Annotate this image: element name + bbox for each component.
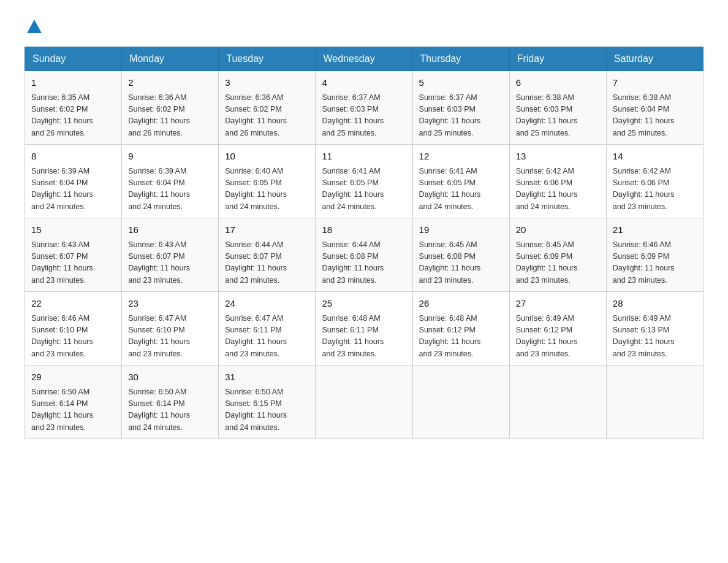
calendar-cell: 25 Sunrise: 6:48 AMSunset: 6:11 PMDaylig… bbox=[316, 292, 412, 366]
day-number: 14 bbox=[613, 150, 697, 164]
logo-triangle-icon bbox=[26, 18, 43, 34]
calendar-cell: 8 Sunrise: 6:39 AMSunset: 6:04 PMDayligh… bbox=[25, 145, 122, 218]
header-friday: Friday bbox=[509, 47, 606, 71]
header-sunday: Sunday bbox=[25, 47, 122, 71]
day-number: 31 bbox=[225, 370, 309, 385]
day-number: 21 bbox=[613, 223, 697, 237]
day-number: 18 bbox=[322, 223, 406, 237]
calendar-cell: 14 Sunrise: 6:42 AMSunset: 6:06 PMDaylig… bbox=[606, 145, 703, 218]
day-number: 16 bbox=[128, 223, 212, 237]
day-info: Sunrise: 6:46 AMSunset: 6:09 PMDaylight:… bbox=[613, 239, 697, 287]
calendar-cell: 30 Sunrise: 6:50 AMSunset: 6:14 PMDaylig… bbox=[122, 366, 219, 439]
day-info: Sunrise: 6:47 AMSunset: 6:10 PMDaylight:… bbox=[128, 313, 212, 361]
day-number: 24 bbox=[225, 297, 309, 311]
calendar-week-row: 1 Sunrise: 6:35 AMSunset: 6:02 PMDayligh… bbox=[25, 71, 703, 145]
day-info: Sunrise: 6:42 AMSunset: 6:06 PMDaylight:… bbox=[516, 166, 600, 213]
day-info: Sunrise: 6:49 AMSunset: 6:13 PMDaylight:… bbox=[613, 313, 697, 361]
day-info: Sunrise: 6:46 AMSunset: 6:10 PMDaylight:… bbox=[31, 313, 115, 361]
calendar-week-row: 29 Sunrise: 6:50 AMSunset: 6:14 PMDaylig… bbox=[25, 366, 703, 439]
day-number: 26 bbox=[419, 297, 503, 311]
calendar-cell: 9 Sunrise: 6:39 AMSunset: 6:04 PMDayligh… bbox=[122, 145, 219, 218]
day-info: Sunrise: 6:39 AMSunset: 6:04 PMDaylight:… bbox=[31, 166, 115, 213]
day-info: Sunrise: 6:37 AMSunset: 6:03 PMDaylight:… bbox=[419, 92, 503, 140]
day-number: 27 bbox=[516, 297, 600, 311]
day-info: Sunrise: 6:50 AMSunset: 6:15 PMDaylight:… bbox=[225, 386, 309, 434]
calendar-cell: 2 Sunrise: 6:36 AMSunset: 6:02 PMDayligh… bbox=[122, 71, 219, 145]
calendar-cell: 16 Sunrise: 6:43 AMSunset: 6:07 PMDaylig… bbox=[122, 218, 219, 292]
day-info: Sunrise: 6:37 AMSunset: 6:03 PMDaylight:… bbox=[322, 92, 406, 140]
calendar-cell: 31 Sunrise: 6:50 AMSunset: 6:15 PMDaylig… bbox=[219, 366, 316, 439]
day-number: 1 bbox=[31, 76, 115, 90]
day-number: 3 bbox=[225, 76, 309, 90]
calendar-cell: 6 Sunrise: 6:38 AMSunset: 6:03 PMDayligh… bbox=[509, 71, 606, 145]
calendar-table: SundayMondayTuesdayWednesdayThursdayFrid… bbox=[25, 47, 703, 439]
day-info: Sunrise: 6:43 AMSunset: 6:07 PMDaylight:… bbox=[31, 239, 115, 287]
day-number: 15 bbox=[31, 223, 115, 237]
day-number: 4 bbox=[322, 76, 406, 90]
calendar-header-row: SundayMondayTuesdayWednesdayThursdayFrid… bbox=[25, 47, 703, 71]
calendar-cell: 18 Sunrise: 6:44 AMSunset: 6:08 PMDaylig… bbox=[316, 218, 412, 292]
day-number: 13 bbox=[516, 150, 600, 164]
day-info: Sunrise: 6:41 AMSunset: 6:05 PMDaylight:… bbox=[322, 166, 406, 213]
calendar-cell: 11 Sunrise: 6:41 AMSunset: 6:05 PMDaylig… bbox=[316, 145, 412, 218]
day-info: Sunrise: 6:36 AMSunset: 6:02 PMDaylight:… bbox=[225, 92, 309, 140]
header-tuesday: Tuesday bbox=[219, 47, 316, 71]
calendar-cell: 5 Sunrise: 6:37 AMSunset: 6:03 PMDayligh… bbox=[412, 71, 509, 145]
calendar-cell: 4 Sunrise: 6:37 AMSunset: 6:03 PMDayligh… bbox=[316, 71, 412, 145]
day-number: 8 bbox=[31, 150, 115, 164]
calendar-cell: 20 Sunrise: 6:45 AMSunset: 6:09 PMDaylig… bbox=[509, 218, 606, 292]
calendar-cell: 17 Sunrise: 6:44 AMSunset: 6:07 PMDaylig… bbox=[219, 218, 316, 292]
calendar-cell: 10 Sunrise: 6:40 AMSunset: 6:05 PMDaylig… bbox=[219, 145, 316, 218]
day-number: 17 bbox=[225, 223, 309, 237]
calendar-cell: 29 Sunrise: 6:50 AMSunset: 6:14 PMDaylig… bbox=[25, 366, 122, 439]
day-number: 2 bbox=[128, 76, 212, 90]
day-info: Sunrise: 6:47 AMSunset: 6:11 PMDaylight:… bbox=[225, 313, 309, 361]
calendar-cell: 23 Sunrise: 6:47 AMSunset: 6:10 PMDaylig… bbox=[122, 292, 219, 366]
calendar-cell: 3 Sunrise: 6:36 AMSunset: 6:02 PMDayligh… bbox=[219, 71, 316, 145]
day-info: Sunrise: 6:44 AMSunset: 6:07 PMDaylight:… bbox=[225, 239, 309, 287]
day-number: 29 bbox=[31, 370, 115, 385]
day-number: 9 bbox=[128, 150, 212, 164]
calendar-cell: 22 Sunrise: 6:46 AMSunset: 6:10 PMDaylig… bbox=[25, 292, 122, 366]
day-number: 10 bbox=[225, 150, 309, 164]
calendar-cell: 1 Sunrise: 6:35 AMSunset: 6:02 PMDayligh… bbox=[25, 71, 122, 145]
day-info: Sunrise: 6:40 AMSunset: 6:05 PMDaylight:… bbox=[225, 166, 309, 213]
calendar-cell bbox=[509, 366, 606, 439]
day-number: 11 bbox=[322, 150, 406, 164]
calendar-cell: 15 Sunrise: 6:43 AMSunset: 6:07 PMDaylig… bbox=[25, 218, 122, 292]
day-info: Sunrise: 6:48 AMSunset: 6:11 PMDaylight:… bbox=[322, 313, 406, 361]
day-info: Sunrise: 6:38 AMSunset: 6:03 PMDaylight:… bbox=[516, 92, 600, 140]
day-info: Sunrise: 6:35 AMSunset: 6:02 PMDaylight:… bbox=[31, 92, 115, 140]
header-thursday: Thursday bbox=[412, 47, 509, 71]
header-monday: Monday bbox=[122, 47, 219, 71]
day-number: 12 bbox=[419, 150, 503, 164]
day-number: 30 bbox=[128, 370, 212, 385]
calendar-week-row: 15 Sunrise: 6:43 AMSunset: 6:07 PMDaylig… bbox=[25, 218, 703, 292]
calendar-week-row: 8 Sunrise: 6:39 AMSunset: 6:04 PMDayligh… bbox=[25, 145, 703, 218]
page-header bbox=[25, 18, 703, 34]
calendar-cell: 28 Sunrise: 6:49 AMSunset: 6:13 PMDaylig… bbox=[606, 292, 703, 366]
svg-marker-0 bbox=[27, 20, 42, 33]
day-number: 20 bbox=[516, 223, 600, 237]
day-info: Sunrise: 6:45 AMSunset: 6:09 PMDaylight:… bbox=[516, 239, 600, 287]
day-number: 19 bbox=[419, 223, 503, 237]
calendar-cell bbox=[316, 366, 412, 439]
calendar-cell: 21 Sunrise: 6:46 AMSunset: 6:09 PMDaylig… bbox=[606, 218, 703, 292]
day-info: Sunrise: 6:44 AMSunset: 6:08 PMDaylight:… bbox=[322, 239, 406, 287]
day-info: Sunrise: 6:41 AMSunset: 6:05 PMDaylight:… bbox=[419, 166, 503, 213]
calendar-cell bbox=[606, 366, 703, 439]
day-info: Sunrise: 6:36 AMSunset: 6:02 PMDaylight:… bbox=[128, 92, 212, 140]
day-info: Sunrise: 6:38 AMSunset: 6:04 PMDaylight:… bbox=[613, 92, 697, 140]
day-number: 7 bbox=[613, 76, 697, 90]
calendar-cell: 19 Sunrise: 6:45 AMSunset: 6:08 PMDaylig… bbox=[412, 218, 509, 292]
calendar-cell: 12 Sunrise: 6:41 AMSunset: 6:05 PMDaylig… bbox=[412, 145, 509, 218]
day-info: Sunrise: 6:42 AMSunset: 6:06 PMDaylight:… bbox=[613, 166, 697, 213]
day-info: Sunrise: 6:48 AMSunset: 6:12 PMDaylight:… bbox=[419, 313, 503, 361]
calendar-cell: 27 Sunrise: 6:49 AMSunset: 6:12 PMDaylig… bbox=[509, 292, 606, 366]
calendar-cell: 24 Sunrise: 6:47 AMSunset: 6:11 PMDaylig… bbox=[219, 292, 316, 366]
calendar-cell: 7 Sunrise: 6:38 AMSunset: 6:04 PMDayligh… bbox=[606, 71, 703, 145]
day-info: Sunrise: 6:50 AMSunset: 6:14 PMDaylight:… bbox=[128, 386, 212, 434]
day-info: Sunrise: 6:39 AMSunset: 6:04 PMDaylight:… bbox=[128, 166, 212, 213]
calendar-week-row: 22 Sunrise: 6:46 AMSunset: 6:10 PMDaylig… bbox=[25, 292, 703, 366]
logo bbox=[25, 18, 43, 34]
